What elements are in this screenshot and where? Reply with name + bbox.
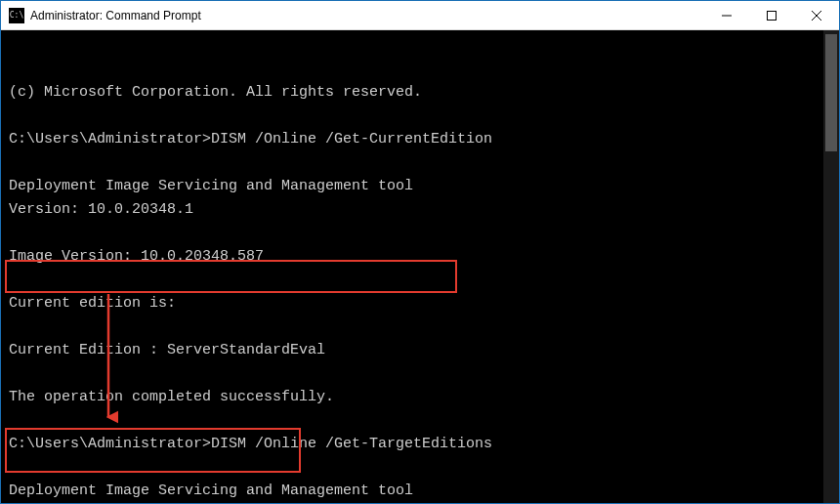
terminal-line <box>9 151 831 175</box>
terminal-line: C:\Users\Administrator>DISM /Online /Get… <box>9 128 831 151</box>
terminal-line <box>9 105 831 128</box>
terminal-line: Deployment Image Servicing and Managemen… <box>9 175 831 198</box>
terminal-line <box>9 362 831 386</box>
scrollbar-thumb[interactable] <box>825 34 837 151</box>
titlebar[interactable]: C:\ Administrator: Command Prompt <box>1 1 839 30</box>
terminal-line: (c) Microsoft Corporation. All rights re… <box>9 81 831 105</box>
svg-rect-1 <box>768 11 777 20</box>
terminal-scrollbar[interactable] <box>823 30 839 503</box>
terminal-line: Version: 10.0.20348.1 <box>9 198 831 222</box>
terminal-line: C:\Users\Administrator>DISM /Online /Get… <box>9 433 831 456</box>
maximize-button[interactable] <box>749 1 794 30</box>
terminal-line: Current edition is: <box>9 292 831 315</box>
window-frame: C:\ Administrator: Command Prompt (c) Mi… <box>0 0 840 504</box>
terminal-output: (c) Microsoft Corporation. All rights re… <box>9 81 831 503</box>
maximize-icon <box>767 11 777 21</box>
cmd-icon: C:\ <box>9 8 24 23</box>
terminal-line: Image Version: 10.0.20348.587 <box>9 245 831 269</box>
minimize-icon <box>722 11 732 21</box>
terminal-line <box>9 222 831 245</box>
terminal-line <box>9 409 831 433</box>
minimize-button[interactable] <box>704 1 749 30</box>
terminal-line: The operation completed successfully. <box>9 386 831 409</box>
close-icon <box>812 11 821 21</box>
close-button[interactable] <box>794 1 839 30</box>
terminal-body[interactable]: (c) Microsoft Corporation. All rights re… <box>1 30 839 503</box>
terminal-line <box>9 456 831 480</box>
terminal-line: Deployment Image Servicing and Managemen… <box>9 480 831 503</box>
terminal-line: Current Edition : ServerStandardEval <box>9 339 831 362</box>
terminal-line <box>9 315 831 339</box>
window-title: Administrator: Command Prompt <box>30 9 201 22</box>
terminal-line <box>9 269 831 292</box>
